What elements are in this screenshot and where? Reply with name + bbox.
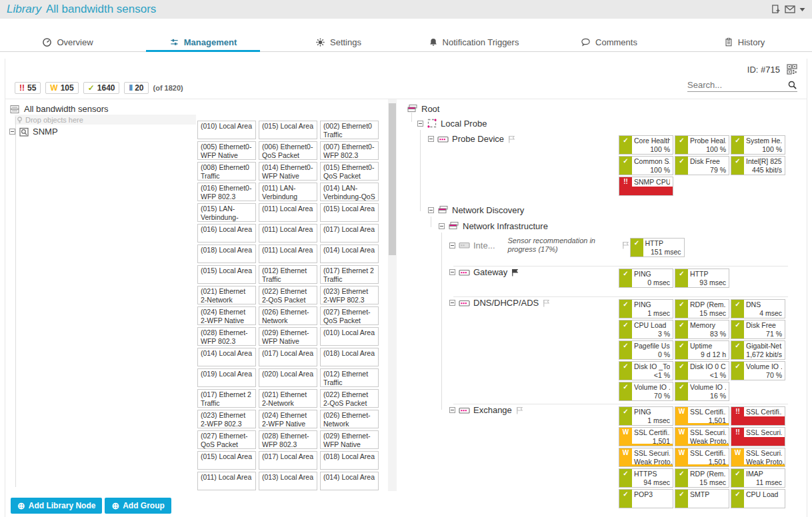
status-badge-error[interactable]: !!55	[15, 82, 41, 94]
tree-node-network-discovery[interactable]: Network Discovery	[407, 203, 524, 215]
sensor-tile[interactable]: WSSL Certifi...1,501	[619, 427, 673, 446]
library-sensor-tile[interactable]: (019) Local Area	[197, 368, 256, 387]
library-sensor-tile[interactable]: (027) Ethernet-QoS Packet	[320, 306, 379, 325]
sensor-tile[interactable]: ✓RDP (Rem...15 msec	[675, 468, 729, 488]
tree-node-inte[interactable]: Inte...Sensor recommendation in progress…	[407, 235, 630, 254]
sensor-tile[interactable]: ✓Disk IO 0 C:<1 %	[675, 361, 729, 380]
sensor-tile[interactable]: !!SSL Certifi...	[731, 406, 785, 426]
library-sensor-tile[interactable]: (023) Ethernet 2-WFP 802.3	[320, 286, 379, 304]
drop-target[interactable]: Drop objects here	[15, 115, 196, 125]
sensor-tile[interactable]: ✓Probe Heal...100 %	[675, 135, 729, 155]
library-sensor-tile[interactable]: (008) Ethernet0 Traffic	[197, 162, 256, 181]
library-sensor-tile[interactable]: (028) Ethernet-WFP 802.3	[259, 430, 317, 449]
library-sensor-tile[interactable]: (015) Local Area	[259, 121, 317, 139]
library-sensor-tile[interactable]: (029) Ethernet-WFP Native	[320, 430, 379, 449]
sensor-tile[interactable]: ✓Disk Free79 %	[675, 156, 729, 175]
collapse-toggle[interactable]	[428, 207, 434, 213]
flag-outline-icon[interactable]	[621, 241, 630, 250]
library-sensor-tile[interactable]: (011) LAN-Verbindung	[259, 183, 317, 201]
library-sensor-tile[interactable]: (028) Ethernet-WFP 802.3	[197, 327, 256, 346]
library-sensor-tile[interactable]: (015) Local Area	[197, 451, 256, 470]
sensor-tile[interactable]: ✓System He...100 %	[731, 135, 785, 155]
library-sensor-tile[interactable]: (007) Ethernet0-WFP 802.3	[320, 141, 379, 160]
caret-down-icon[interactable]	[799, 7, 805, 12]
sensor-tile[interactable]: ✓SMTP	[675, 489, 729, 508]
tree-node-root[interactable]: Root	[407, 102, 439, 114]
sensor-tile[interactable]: ✓RDP (Rem...15 msec	[675, 299, 729, 318]
library-sensor-tile[interactable]: (016) Local Area	[197, 224, 256, 243]
qr-code-icon[interactable]	[787, 64, 797, 75]
library-sensor-tile[interactable]: (011) Local Area	[197, 472, 256, 490]
sensor-tile[interactable]: WSSL Securi...Weak Proto...	[675, 427, 729, 446]
library-sensor-tile[interactable]: (014) Local Area	[320, 245, 379, 263]
status-badge-warning[interactable]: W105	[45, 82, 78, 94]
sensor-tile[interactable]: ✓CPU Load3 %	[619, 320, 673, 339]
sensor-tile[interactable]: WSSL Securi...Weak Proto...	[619, 448, 673, 467]
collapse-toggle[interactable]	[449, 269, 455, 275]
library-sensor-tile[interactable]: (015) Ethernet0-QoS Packet	[320, 162, 379, 181]
collapse-toggle[interactable]	[439, 223, 445, 229]
library-sensor-tile[interactable]: (002) Ethernet0 Traffic	[320, 121, 379, 139]
sensor-tile[interactable]: ✓PING0 msec	[619, 268, 673, 288]
tab-comments[interactable]: Comments	[541, 33, 677, 51]
library-sensor-tile[interactable]: (014) Ethernet0-WFP Native	[259, 162, 317, 181]
email-icon[interactable]	[785, 5, 795, 14]
library-sensor-tile[interactable]: (024) Ethernet 2-WFP Native	[197, 306, 256, 325]
sensor-tile[interactable]: WSSL Certifi...1,501	[675, 406, 729, 426]
library-sensor-tile[interactable]: (014) Local Area	[320, 472, 379, 490]
sensor-tile[interactable]: ✓HTTP151 msec	[630, 238, 685, 257]
library-sensor-tile[interactable]: (015) LAN-Verbindung-	[197, 203, 256, 222]
sensor-tile[interactable]: ✓PING1 msec	[619, 299, 673, 318]
library-sensor-tile[interactable]: (005) Ethernet0-WFP Native	[197, 141, 256, 160]
library-sensor-tile[interactable]: (021) Ethernet 2-Network	[259, 389, 317, 408]
library-sensor-tile[interactable]: (026) Ethernet-Network	[320, 410, 379, 428]
scrollbar-thumb[interactable]	[389, 103, 396, 255]
add-report-icon[interactable]	[771, 4, 781, 15]
status-badge-paused[interactable]: II20	[124, 82, 148, 94]
sensor-tile[interactable]: ✓HTTPS94 msec	[619, 468, 673, 488]
library-sensor-tile[interactable]: (023) Ethernet 2-WFP 802.3	[197, 410, 256, 428]
tab-overview[interactable]: Overview	[0, 33, 135, 51]
library-sensor-tile[interactable]: (011) Local Area	[259, 245, 317, 263]
tree-node-probe-device[interactable]: Probe Device	[407, 133, 516, 144]
library-sensor-tile[interactable]: (017) Ethernet 2 Traffic	[320, 265, 379, 284]
breadcrumb[interactable]: Library	[7, 3, 41, 16]
library-sensor-tile[interactable]: (020) Local Area	[259, 368, 317, 387]
library-sensor-tile[interactable]: (017) Ethernet 2 Traffic	[197, 389, 256, 408]
status-badge-ok[interactable]: ✓1640	[83, 82, 120, 94]
library-sensor-tile[interactable]: (014) Local Area	[197, 348, 256, 366]
add-library-node-button[interactable]: ⊕ Add Library Node	[11, 498, 102, 514]
collapse-toggle[interactable]	[428, 136, 434, 142]
add-group-button[interactable]: ⊕ Add Group	[105, 498, 171, 514]
sensor-tile[interactable]: ✓Gigabit-Net...1,672 kbit/s	[731, 340, 785, 360]
tree-node-gateway[interactable]: Gateway	[407, 266, 519, 277]
collapse-toggle[interactable]	[9, 129, 15, 135]
flag-outline-icon[interactable]	[542, 298, 551, 308]
search-input[interactable]	[687, 80, 787, 90]
library-sensor-tile[interactable]: (011) Local Area	[259, 224, 317, 243]
library-sensor-tile[interactable]: (027) Ethernet-QoS Packet	[197, 430, 256, 449]
library-sensor-tile[interactable]: (018) Local Area	[197, 245, 256, 263]
sensor-tile[interactable]: !!SSL Securi...	[731, 427, 785, 446]
collapse-toggle[interactable]	[449, 243, 455, 249]
sensor-tile[interactable]: ✓Pagefile Us...0 %	[619, 340, 673, 360]
tree-node-exchange[interactable]: Exchange	[407, 404, 524, 415]
sensor-tile[interactable]: WSSL Certifi...1,501	[675, 448, 729, 467]
collapse-toggle[interactable]	[417, 121, 423, 127]
library-sensor-tile[interactable]: (022) Ethernet 2-QoS Packet	[320, 389, 379, 408]
sensor-tile[interactable]: ✓Disk Free71 %	[731, 320, 785, 339]
library-node-snmp[interactable]: SNMP	[9, 126, 197, 137]
library-sensor-tile[interactable]: (018) Local Area	[320, 451, 379, 470]
tree-node-network-infrastructure[interactable]: Network Infrastructure	[407, 219, 548, 231]
sensor-tile[interactable]: !!SNMP CPU...	[619, 177, 673, 196]
library-sensor-tile[interactable]: (012) Ethernet Traffic	[259, 265, 317, 284]
library-sensor-tile[interactable]: (010) Local Area	[320, 327, 379, 346]
sensor-tile[interactable]: ✓CPU Load	[731, 489, 785, 508]
sensor-tile[interactable]: ✓HTTP93 msec	[675, 268, 729, 288]
scrollbar-track[interactable]	[388, 99, 397, 491]
tab-history[interactable]: History	[677, 33, 812, 51]
sensor-tile[interactable]: ✓Disk IO _To...<1 %	[619, 361, 673, 380]
library-sensor-tile[interactable]: (017) Local Area	[259, 451, 317, 470]
sensor-tile[interactable]: ✓Common S...100 %	[619, 156, 673, 175]
sensor-tile[interactable]: ✓DNS4 msec	[731, 299, 785, 318]
